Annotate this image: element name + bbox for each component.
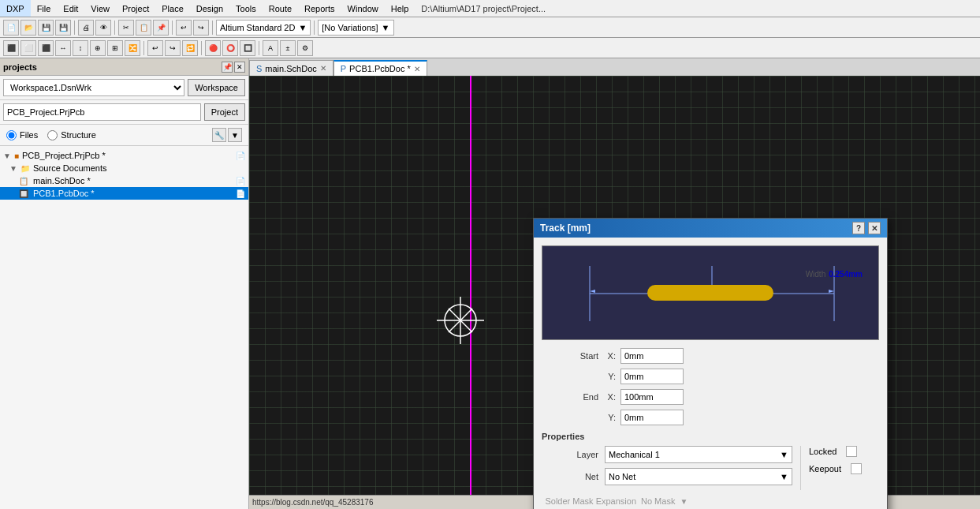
tabs-bar: S main.SchDoc ✕ P PCB1.PcbDoc * ✕ [249,58,980,76]
end-x-input[interactable] [620,389,684,405]
undo-btn[interactable]: ↩ [176,20,192,36]
radio-files[interactable]: Files [6,130,38,140]
panel-pin-btn[interactable]: 📌 [222,62,233,73]
tab-schematic-icon: S [256,64,262,73]
menu-project[interactable]: Project [116,0,155,17]
net-dropdown[interactable]: No Net ▼ [605,468,792,485]
save-btn[interactable]: 💾 [38,20,54,36]
tree-item-schematic[interactable]: 📋 main.SchDoc * 📄 [0,174,248,187]
tb2-btn5[interactable]: ↕ [73,40,88,56]
end-y-row: Y: [542,410,879,425]
tb2-btn1[interactable]: ⬛ [3,40,19,56]
end-coords: End X: Y: [542,389,879,425]
start-y-row: Y: [542,369,879,384]
open-btn[interactable]: 📂 [20,20,36,36]
solder-mask-value: No Mask [641,496,675,506]
cut-btn[interactable]: ✂ [118,20,134,36]
start-y-label: Y: [605,372,620,381]
schematic-icon: 📋 [19,177,28,185]
tb2-btn13[interactable]: ⭕ [222,40,238,56]
end-y-input[interactable] [620,410,684,425]
net-dropdown-value: No Net [609,472,635,481]
tab-schematic[interactable]: S main.SchDoc ✕ [249,60,333,76]
save-all-btn[interactable]: 💾 [55,20,71,36]
sep8 [259,41,259,55]
tab-schematic-close[interactable]: ✕ [320,64,326,73]
start-x-label: X: [605,351,620,361]
radio-files-input[interactable] [6,130,17,140]
menu-design[interactable]: Design [190,0,229,17]
project-icon: ■ [14,152,19,160]
tb2-btn4[interactable]: ↔ [55,40,71,56]
print-btn[interactable]: 🖨 [78,20,94,36]
tb2-btn9[interactable]: ↩ [147,40,163,56]
view-dropdown[interactable]: Altium Standard 2D ▼ [216,20,311,36]
start-row: Start X: [542,348,879,364]
track-dialog: Track [mm] ? ✕ [533,218,888,509]
variations-dropdown[interactable]: [No Variations] ▼ [318,20,393,36]
menu-window[interactable]: Window [341,0,385,17]
locked-checkbox[interactable] [846,446,857,457]
tb2-btn11[interactable]: 🔁 [182,40,198,56]
keepout-checkbox[interactable] [851,463,862,474]
radio-structure[interactable]: Structure [47,130,96,140]
tb2-btn10[interactable]: ↪ [165,40,181,56]
menu-tools[interactable]: Tools [229,0,263,17]
view-icon-btn1[interactable]: 🔧 [212,128,226,142]
print-prev-btn[interactable]: 👁 [95,20,111,36]
view-icon-btn2[interactable]: ▼ [228,128,242,142]
new-btn[interactable]: 📄 [3,20,19,36]
workspace-button[interactable]: Workspace [188,79,245,96]
tb2-btn17[interactable]: ⚙ [297,40,313,56]
tb2-btn6[interactable]: ⊕ [90,40,106,56]
toolbar-2: ⬛ ⬜ ⬛ ↔ ↕ ⊕ ⊞ 🔀 ↩ ↪ 🔁 🔴 ⭕ 🔲 A ± ⚙ [0,38,980,58]
menu-edit[interactable]: Edit [57,0,84,17]
right-props: Locked Keepout [800,446,879,490]
tab-pcb-close[interactable]: ✕ [414,65,420,73]
start-y-input[interactable] [620,369,684,384]
keepout-row: Keepout [809,463,879,474]
tb2-btn12[interactable]: 🔴 [205,40,221,56]
layer-dropdown[interactable]: Mechanical 1 ▼ [605,446,792,463]
menu-reports[interactable]: Reports [298,0,341,17]
tab-pcb[interactable]: P PCB1.PcbDoc * ✕ [333,60,427,76]
end-row: End X: [542,389,879,405]
radio-structure-input[interactable] [47,130,58,140]
tab-schematic-label: main.SchDoc [265,64,316,73]
dialog-close-btn[interactable]: ✕ [868,222,881,234]
tb2-btn14[interactable]: 🔲 [240,40,255,56]
tb2-btn2[interactable]: ⬜ [20,40,36,56]
solder-mask-arrow[interactable]: ▼ [680,497,687,506]
menu-file[interactable]: File [31,0,58,17]
crosshair-cursor [437,297,484,344]
end-x-label: X: [605,392,620,402]
locked-row: Locked [809,446,879,457]
tb2-btn8[interactable]: 🔀 [125,40,140,56]
panel-close-btn[interactable]: ✕ [234,62,245,73]
tree-pcb-label: PCB1.PcbDoc * [33,189,95,198]
tb2-btn16[interactable]: ± [280,40,296,56]
status-url: https://blog.csdn.net/qq_45283176 [252,498,373,507]
tree-item-pcb[interactable]: 🔲 PCB1.PcbDoc * 📄 [0,187,248,200]
file-tree: ▼ ■ PCB_Project.PrjPcb * 📄 ▼ 📁 Source Do… [0,146,248,494]
dialog-help-btn[interactable]: ? [852,222,865,234]
workspace-dropdown[interactable]: Workspace1.DsnWrk [3,79,184,96]
start-x-input[interactable] [620,348,684,364]
paste-btn[interactable]: 📌 [153,20,169,36]
tb2-btn7[interactable]: ⊞ [107,40,123,56]
menu-route[interactable]: Route [263,0,298,17]
tb2-btn3[interactable]: ⬛ [38,40,54,56]
copy-btn[interactable]: 📋 [136,20,151,36]
redo-btn[interactable]: ↪ [193,20,209,36]
menu-dxp[interactable]: DXP [0,0,31,17]
menu-help[interactable]: Help [385,0,415,17]
tree-item-source-docs[interactable]: ▼ 📁 Source Documents [0,162,248,174]
menu-view[interactable]: View [84,0,116,17]
project-button[interactable]: Project [204,103,245,121]
menu-place[interactable]: Place [155,0,190,17]
tree-item-project[interactable]: ▼ ■ PCB_Project.PrjPcb * 📄 [0,149,248,162]
panel-controls: 📌 ✕ [222,62,245,73]
track-dialog-body: Width 0.254mm Start X: Y: [534,238,887,509]
tb2-btn15[interactable]: A [263,40,278,56]
magenta-line [470,76,471,509]
